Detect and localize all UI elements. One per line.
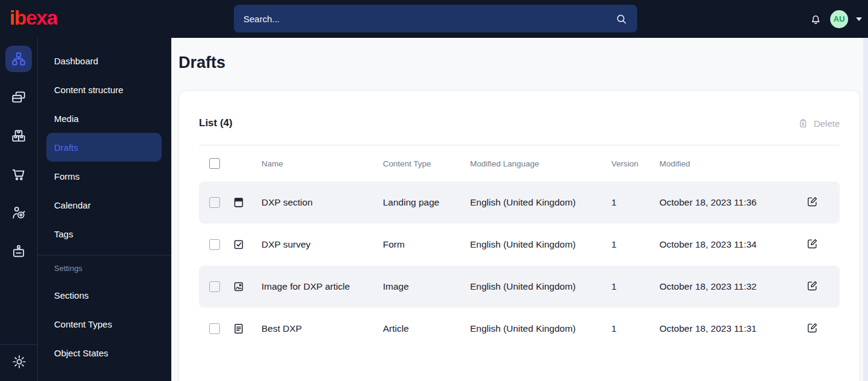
row-name[interactable]: Best DXP [261,323,383,334]
search-input[interactable] [243,14,615,24]
delete-button-label: Delete [814,118,840,129]
row-modified: October 18, 2023 11:32 [659,281,806,292]
row-version: 1 [611,239,659,250]
edit-icon [806,279,819,292]
column-header-version: Version [611,159,659,168]
settings-section-label: Settings [38,255,171,281]
row-content-type: Image [383,281,470,292]
column-header-modified: Modified [659,159,806,168]
form-icon [227,238,261,251]
rail-settings-section [0,344,38,381]
row-checkbox[interactable] [209,281,220,292]
table-row[interactable]: Image for DXP article Image English (Uni… [199,266,840,308]
column-header-modified-language: Modified Language [470,159,611,168]
list-count-title: List (4) [199,117,233,129]
edit-button[interactable] [806,279,819,292]
ibexa-logo[interactable]: ibexa [10,6,57,29]
row-modified: October 18, 2023 11:34 [659,239,806,250]
row-modified: October 18, 2023 11:31 [659,323,806,334]
row-name[interactable]: DXP section [261,197,383,208]
edit-button[interactable] [806,237,819,250]
row-name[interactable]: Image for DXP article [261,281,383,292]
image-icon [227,280,261,293]
edit-button[interactable] [806,195,819,208]
table-header-row: Name Content Type Modified Language Vers… [199,145,840,181]
row-modified-language: English (United Kingdom) [470,323,611,334]
sidebar-menu: Dashboard Content structure Media Drafts… [38,38,171,381]
row-version: 1 [611,197,659,208]
main-content: Drafts List (4) Delete Name Content Type… [171,38,863,381]
row-content-type: Article [383,323,470,334]
sidebar-item-content-structure[interactable]: Content structure [46,75,162,104]
edit-icon [806,322,819,334]
row-name[interactable]: DXP survey [261,239,383,250]
sidebar-item-calendar[interactable]: Calendar [46,190,162,219]
settings-gear-icon[interactable] [11,354,27,372]
edit-icon [806,195,819,208]
rail-product-catalog-icon[interactable] [5,123,32,149]
global-search[interactable] [234,5,637,32]
user-menu-caret-icon[interactable] [856,17,862,21]
row-modified: October 18, 2023 11:36 [659,197,806,208]
sidebar-item-sections[interactable]: Sections [46,281,162,309]
topbar: ibexa AU [0,0,868,38]
row-checkbox[interactable] [209,239,220,250]
delete-button[interactable]: Delete [798,118,840,129]
user-avatar[interactable]: AU [830,10,848,28]
sidebar-item-media[interactable]: Media [46,104,162,133]
row-modified-language: English (United Kingdom) [470,239,611,250]
sidebar-item-drafts[interactable]: Drafts [46,133,162,162]
column-header-content-type: Content Type [383,159,470,168]
rail-corporate-account-icon[interactable] [5,238,32,264]
edit-button[interactable] [806,322,819,334]
icon-rail [0,38,38,381]
row-content-type: Form [383,239,470,250]
row-checkbox[interactable] [209,323,220,334]
sidebar-item-dashboard[interactable]: Dashboard [46,46,162,75]
sidebar-item-forms[interactable]: Forms [46,162,162,190]
row-version: 1 [611,281,659,292]
page-title: Drafts [179,53,863,72]
trash-icon [798,118,808,129]
row-modified-language: English (United Kingdom) [470,281,611,292]
rail-commerce-cart-icon[interactable] [5,161,32,187]
row-version: 1 [611,323,659,334]
row-content-type: Landing page [383,197,470,208]
column-header-name: Name [261,159,383,168]
sidebar-item-object-states[interactable]: Object States [46,338,162,367]
rail-content-structure-icon[interactable] [5,46,32,72]
rail-pages-icon[interactable] [5,84,32,111]
drafts-card: List (4) Delete Name Content Type Modifi… [179,90,860,381]
table-row[interactable]: Best DXP Article English (United Kingdom… [199,308,840,350]
search-icon[interactable] [615,13,628,25]
row-modified-language: English (United Kingdom) [470,197,611,208]
table-row[interactable]: DXP section Landing page English (United… [199,181,840,224]
rail-personalization-icon[interactable] [5,200,32,226]
select-all-checkbox[interactable] [209,158,220,169]
sidebar-item-content-types[interactable]: Content Types [46,309,162,338]
notifications-bell-icon[interactable] [809,13,822,26]
sidebar-item-tags[interactable]: Tags [46,219,162,248]
row-checkbox[interactable] [209,197,220,208]
landing-page-icon [227,196,261,209]
table-row[interactable]: DXP survey Form English (United Kingdom)… [199,224,840,266]
vertical-scrollbar[interactable] [863,38,868,381]
edit-icon [806,237,819,250]
article-icon [227,322,261,335]
